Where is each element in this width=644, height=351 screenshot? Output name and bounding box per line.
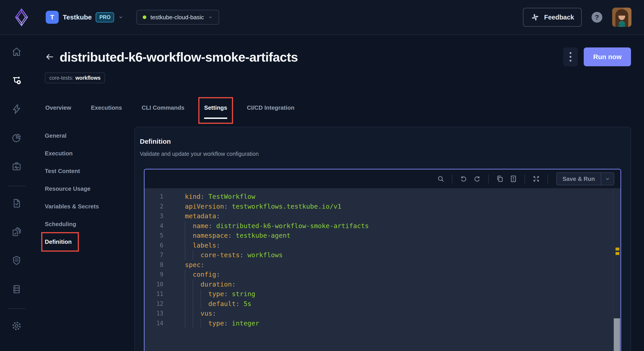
- subnav-item-test-content[interactable]: Test Content: [45, 168, 80, 175]
- line-number: 9: [144, 270, 163, 280]
- user-avatar[interactable]: [612, 7, 632, 27]
- indent-guide: [193, 309, 193, 319]
- triggers-lightning-icon[interactable]: [11, 104, 22, 115]
- indent-guide: [193, 280, 193, 290]
- search-icon[interactable]: [437, 175, 445, 183]
- main-content: distributed-k6-workflow-smoke-artifacts …: [33, 35, 644, 351]
- more-options-kebab-icon[interactable]: [563, 47, 578, 66]
- undo-icon[interactable]: [460, 175, 468, 183]
- indent-guide: [185, 221, 185, 231]
- tab-ci-cd-integration[interactable]: CI/CD Integration: [247, 104, 294, 124]
- test-suites-stack-icon[interactable]: [11, 227, 22, 237]
- indent-guide: [193, 319, 193, 328]
- chevron-down-icon[interactable]: [601, 173, 614, 185]
- help-icon[interactable]: ?: [592, 12, 602, 23]
- code-line[interactable]: 7core-tests: workflows: [144, 250, 620, 260]
- indent-guide: [193, 299, 193, 309]
- environment-selector[interactable]: testkube-cloud-basic: [136, 10, 219, 25]
- expand-icon[interactable]: [532, 175, 540, 183]
- code-area[interactable]: 1kind: TestWorkflow2apiVersion: testwork…: [144, 188, 620, 328]
- code-line[interactable]: 10duration:: [144, 280, 620, 290]
- indent-guide: [185, 309, 185, 319]
- insights-pie-icon[interactable]: [11, 132, 22, 143]
- subnav-item-resource-usage[interactable]: Resource Usage: [45, 185, 90, 192]
- tab-cli-commands[interactable]: CLI Commands: [142, 104, 184, 124]
- code-line[interactable]: 3metadata:: [144, 211, 620, 221]
- toolbar-divider: [524, 174, 525, 183]
- diff-document-icon[interactable]: [509, 175, 518, 183]
- tab-overview[interactable]: Overview: [45, 104, 71, 124]
- code-line[interactable]: 4name: distributed-k6-workflow-smoke-art…: [144, 221, 620, 231]
- home-icon[interactable]: [11, 46, 22, 57]
- webhooks-shield-icon[interactable]: [11, 255, 22, 266]
- code-line[interactable]: 12default: 5s: [144, 299, 620, 309]
- line-number: 14: [144, 319, 163, 328]
- panel-title: Definition: [140, 138, 621, 145]
- indent-guide: [200, 289, 201, 299]
- indent-guide: [185, 289, 185, 299]
- feedback-button[interactable]: Feedback: [523, 8, 582, 27]
- subnav-item-execution[interactable]: Execution: [45, 150, 72, 157]
- code-line[interactable]: 5namespace: testkube-agent: [144, 231, 620, 241]
- indent-guide: [193, 289, 193, 299]
- save-and-run-button[interactable]: Save & Run: [557, 173, 601, 185]
- indent-guide: [185, 270, 185, 280]
- subnav-item-scheduling[interactable]: Scheduling: [45, 221, 76, 228]
- environment-status-dot: [143, 15, 146, 19]
- line-number: 12: [144, 299, 163, 309]
- monitoring-clipboard-icon[interactable]: [11, 161, 22, 172]
- code-line[interactable]: 2apiVersion: testworkflows.testkube.io/v…: [144, 202, 620, 212]
- indent-guide: [185, 241, 185, 251]
- copy-icon[interactable]: [496, 175, 504, 183]
- panel-subtitle: Validate and update your workflow config…: [140, 151, 621, 157]
- testkube-logo[interactable]: [14, 8, 29, 26]
- slack-icon: [530, 13, 540, 22]
- line-number: 3: [144, 211, 163, 221]
- code-line[interactable]: 8spec:: [144, 260, 620, 270]
- settings-gear-icon[interactable]: [11, 321, 22, 331]
- label-chip-value: workflows: [75, 75, 100, 81]
- run-now-button[interactable]: Run now: [584, 47, 631, 66]
- definition-panel: Definition Validate and update your work…: [134, 127, 631, 351]
- warning-mark: [616, 252, 619, 255]
- environment-name: testkube-cloud-basic: [150, 14, 204, 21]
- indent-guide: [185, 280, 185, 290]
- code-line[interactable]: 14type: integer: [144, 319, 620, 328]
- left-sidebar: [0, 35, 33, 351]
- create-test-icon[interactable]: [11, 75, 22, 86]
- indent-guide: [193, 250, 193, 260]
- settings-subnav: GeneralExecutionTest ContentResource Usa…: [45, 127, 134, 351]
- subnav-item-variables-secrets[interactable]: Variables & Secrets: [45, 203, 99, 210]
- org-switcher[interactable]: T Testkube PRO: [46, 11, 124, 24]
- yaml-editor: Save & Run 1kind: TestWorkflow2apiVersio…: [144, 169, 621, 351]
- org-avatar: T: [46, 11, 59, 24]
- code-line[interactable]: 11type: string: [144, 289, 620, 299]
- warning-mark: [616, 248, 619, 251]
- code-line[interactable]: 6labels:: [144, 241, 620, 251]
- tab-executions[interactable]: Executions: [91, 104, 122, 124]
- code-line[interactable]: 1kind: TestWorkflow: [144, 192, 620, 202]
- line-number: 6: [144, 241, 163, 251]
- toolbar-divider: [452, 174, 452, 183]
- line-number: 4: [144, 221, 163, 231]
- editor-scrollbar[interactable]: [614, 318, 620, 351]
- indent-guide: [185, 319, 185, 328]
- indent-guide: [185, 250, 185, 260]
- back-arrow-icon[interactable]: [45, 52, 55, 62]
- label-chip[interactable]: core-tests: workflows: [45, 72, 105, 83]
- chevron-down-icon: [118, 14, 124, 20]
- org-name: Testkube: [63, 13, 92, 21]
- feedback-label: Feedback: [544, 14, 574, 21]
- code-line[interactable]: 9config:: [144, 270, 620, 280]
- indent-guide: [185, 299, 185, 309]
- chevron-down-icon: [208, 15, 213, 20]
- executors-server-icon[interactable]: [11, 284, 22, 295]
- subnav-item-definition[interactable]: Definition: [45, 238, 72, 245]
- editor-toolbar: Save & Run: [144, 169, 620, 188]
- tab-settings[interactable]: Settings: [204, 104, 227, 124]
- subnav-item-general[interactable]: General: [45, 132, 66, 139]
- code-line[interactable]: 13vus:: [144, 309, 620, 319]
- tests-document-icon[interactable]: [11, 198, 22, 209]
- redo-icon[interactable]: [473, 175, 481, 183]
- tabs: OverviewExecutionsCLI CommandsSettingsCI…: [45, 104, 631, 124]
